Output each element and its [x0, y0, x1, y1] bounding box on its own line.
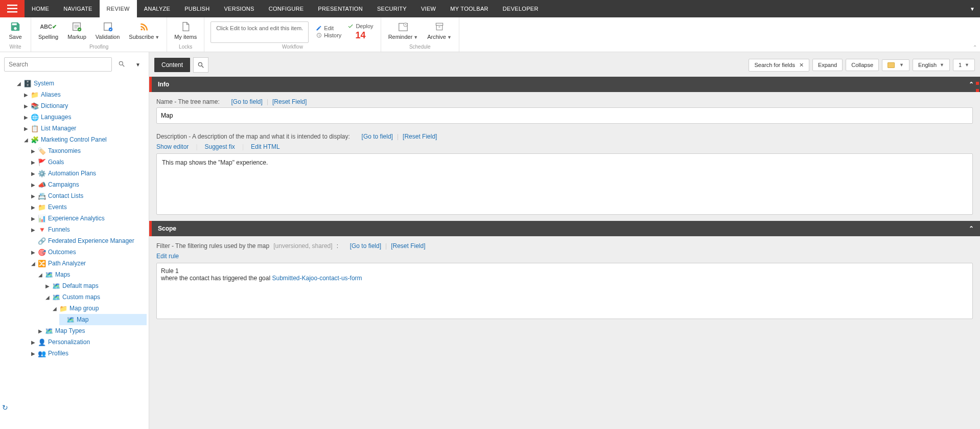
rule-box[interactable]: Rule 1 where the contact has triggered t… [156, 263, 973, 319]
name-input[interactable] [156, 107, 973, 124]
tag-icon: 🏷️ [38, 147, 46, 155]
view-options-button[interactable]: ▼ [882, 59, 909, 71]
tree-search-row: ▼ [0, 52, 149, 77]
tree-node-maps[interactable]: ◢🗺️Maps [38, 269, 147, 280]
tree-node-map[interactable]: 🗺️Map [59, 314, 147, 325]
svg-rect-0 [7, 5, 17, 6]
database-icon: 🗄️ [24, 79, 32, 87]
tree-node-fem[interactable]: 🔗Federated Experience Manager [31, 235, 147, 246]
tab-mytoolbar[interactable]: MY TOOLBAR [443, 0, 496, 17]
tree-node-aliases[interactable]: ▶📁Aliases [24, 89, 147, 100]
tree-node-profiles[interactable]: ▶👥Profiles [31, 348, 147, 359]
show-editor-link[interactable]: Show editor [156, 143, 189, 150]
tab-navigate[interactable]: NAVIGATE [56, 0, 99, 17]
myitems-button[interactable]: My items [171, 19, 200, 41]
tab-view[interactable]: VIEW [414, 0, 443, 17]
tree-node-automation[interactable]: ▶⚙️Automation Plans [31, 168, 147, 179]
hamburger-menu[interactable] [0, 0, 25, 17]
section-header-scope[interactable]: Scope ⌃ [149, 221, 980, 236]
search-dropdown[interactable]: ▼ [131, 62, 145, 67]
tab-analyze[interactable]: ANALYZE [137, 0, 177, 17]
rule-goal-link[interactable]: Submitted-Kajoo-contact-us-form [272, 275, 362, 282]
tab-security[interactable]: SECURITY [370, 0, 414, 17]
description-textarea[interactable]: This map shows the "Map" experience. [156, 153, 973, 215]
tree-node-path-analyzer[interactable]: ◢🔀Path Analyzer [31, 258, 147, 269]
goto-field-link[interactable]: [Go to field] [231, 98, 263, 105]
content-search-button[interactable] [193, 57, 208, 73]
tree-node-mcp[interactable]: ◢🧩Marketing Control Panel [24, 134, 147, 145]
tab-presentation[interactable]: PRESENTATION [311, 0, 370, 17]
deploy-button[interactable]: Deploy [347, 23, 373, 29]
goto-field-link[interactable]: [Go to field] [350, 242, 381, 250]
edit-rule-link[interactable]: Edit rule [156, 253, 179, 260]
tab-configure[interactable]: CONFIGURE [262, 0, 311, 17]
svg-rect-11 [438, 27, 440, 27]
folder-icon: 📁 [59, 304, 67, 312]
tab-versions[interactable]: VERSIONS [217, 0, 261, 17]
close-icon[interactable]: ✕ [799, 62, 804, 69]
tab-publish[interactable]: PUBLISH [177, 0, 217, 17]
content-button[interactable]: Content [154, 58, 190, 72]
ribbon-collapse-caret[interactable]: ⌃ [973, 44, 977, 50]
tree-node-goals[interactable]: ▶🚩Goals [31, 156, 147, 168]
topbar-caret[interactable]: ▼ [970, 0, 980, 17]
main-layout: ▼ ◢🗄️System ▶📁Aliases ▶📚Dictionary ▶🌐Lan… [0, 52, 980, 429]
reset-field-link[interactable]: [Reset Field] [272, 98, 307, 105]
left-panel: ▼ ◢🗄️System ▶📁Aliases ▶📚Dictionary ▶🌐Lan… [0, 52, 149, 429]
ribbon-group-workflow: Click Edit to lock and edit this item. E… [204, 17, 381, 52]
tab-review[interactable]: REVIEW [100, 0, 137, 17]
search-icon[interactable] [115, 60, 128, 69]
tree-node-listmanager[interactable]: ▶📋List Manager [24, 123, 147, 134]
tree-node-custommaps[interactable]: ◢🗺️Custom maps [45, 291, 147, 303]
right-panel: Content Search for fields✕ Expand Collap… [149, 52, 980, 429]
suggest-fix-link[interactable]: Suggest fix [205, 143, 235, 150]
tree-node-taxonomies[interactable]: ▶🏷️Taxonomies [31, 145, 147, 156]
search-fields-pill[interactable]: Search for fields✕ [749, 59, 809, 72]
content-toolbar: Content Search for fields✕ Expand Collap… [149, 52, 980, 77]
archive-button[interactable]: Archive▼ [424, 19, 455, 41]
markup-button[interactable]: Markup [64, 19, 89, 41]
reset-field-link[interactable]: [Reset Field] [403, 133, 437, 140]
tree-node-defaultmaps[interactable]: ▶🗺️Default maps [45, 280, 147, 291]
language-selector[interactable]: English▼ [913, 59, 950, 71]
section-header-info[interactable]: Info ⌃ [149, 77, 980, 92]
tree-node-campaigns[interactable]: ▶📣Campaigns [31, 179, 147, 190]
description-field-label: Description - A description of the map a… [156, 133, 973, 140]
validation-markers [976, 82, 979, 92]
chevron-up-icon: ⌃ [969, 81, 974, 88]
tab-home[interactable]: HOME [25, 0, 56, 17]
tree-node-languages[interactable]: ▶🌐Languages [24, 111, 147, 123]
edit-button[interactable]: Edit [316, 25, 341, 31]
tab-developer[interactable]: DEVELOPER [496, 0, 546, 17]
version-selector[interactable]: 1▼ [953, 59, 975, 71]
reset-field-link[interactable]: [Reset Field] [391, 242, 425, 250]
subscribe-button[interactable]: Subscribe▼ [126, 19, 162, 41]
tree-search-input[interactable] [4, 57, 112, 72]
tree-node-maptypes[interactable]: ▶🗺️Map Types [38, 325, 147, 336]
goto-field-link[interactable]: [Go to field] [362, 133, 393, 140]
ribbon-group-label-proofing: Proofing [35, 44, 162, 51]
panel-icon: 🧩 [31, 136, 39, 144]
tree-node-outcomes[interactable]: ▶🎯Outcomes [31, 246, 147, 258]
collapse-button[interactable]: Collapse [846, 59, 879, 71]
target-icon: 🎯 [38, 248, 46, 256]
expand-button[interactable]: Expand [812, 59, 843, 71]
tree-node-personalization[interactable]: ▶👤Personalization [31, 336, 147, 348]
content-scroll[interactable]: Info ⌃ Name - The tree name: [Go to fiel… [149, 77, 980, 429]
reminder-button[interactable]: Reminder▼ [385, 19, 422, 41]
tree-node-mapgroup[interactable]: ◢📁Map group [52, 303, 147, 314]
tree-node-events[interactable]: ▶📁Events [31, 201, 147, 213]
history-button[interactable]: History [316, 32, 341, 38]
tree-node-analytics[interactable]: ▶📊Experience Analytics [31, 213, 147, 224]
tree-node-system[interactable]: ◢🗄️System [16, 78, 147, 89]
tree-node-funnels[interactable]: ▶🔻Funnels [31, 224, 147, 235]
save-button[interactable]: Save [4, 19, 27, 41]
svg-rect-1 [7, 8, 17, 10]
validation-button[interactable]: Validation [92, 19, 123, 41]
edit-html-link[interactable]: Edit HTML [251, 143, 280, 150]
tree-node-contacts[interactable]: ▶📇Contact Lists [31, 190, 147, 201]
content-tree: ◢🗄️System ▶📁Aliases ▶📚Dictionary ▶🌐Langu… [0, 77, 149, 364]
refresh-icon[interactable]: ↻ [2, 403, 8, 412]
spelling-button[interactable]: ABC✔ Spelling [35, 19, 61, 41]
tree-node-dictionary[interactable]: ▶📚Dictionary [24, 100, 147, 111]
